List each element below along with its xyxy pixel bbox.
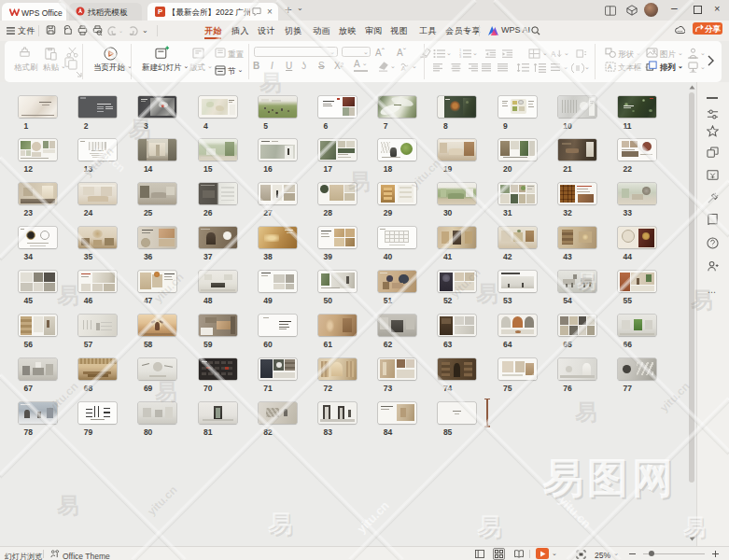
svg-text:3: 3 — [459, 54, 462, 59]
svg-text:A: A — [551, 50, 556, 59]
svg-text:A: A — [608, 63, 612, 71]
svg-text:A: A — [401, 64, 406, 72]
svg-text:P: P — [158, 7, 162, 16]
